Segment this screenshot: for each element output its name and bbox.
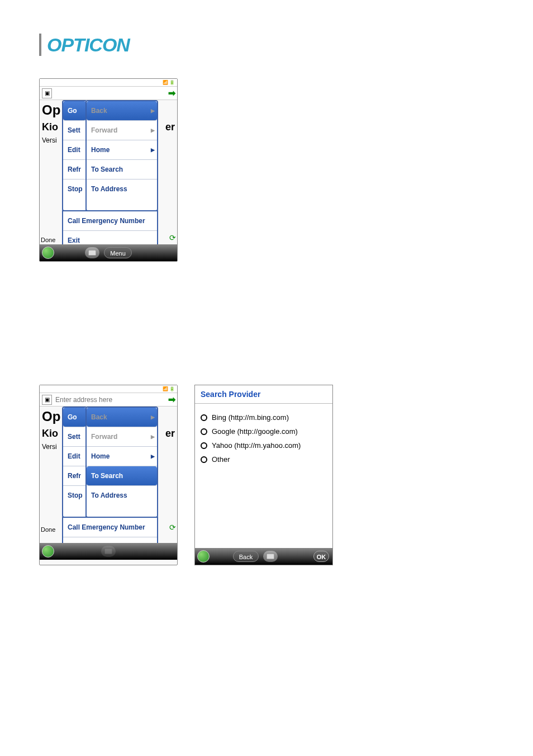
svg-rect-6: [266, 554, 274, 559]
menu-button[interactable]: Menu: [104, 247, 132, 258]
refresh-icon[interactable]: ⟳: [169, 233, 176, 242]
start-button[interactable]: [197, 550, 210, 563]
taskbar: Back OK: [195, 548, 332, 565]
address-input[interactable]: [54, 395, 166, 404]
submenu-forward[interactable]: Forward▶: [87, 121, 157, 140]
chevron-right-icon: ▶: [151, 127, 155, 133]
menu-call-emergency[interactable]: Call Emergency Number: [63, 518, 157, 537]
background-content: Op Kio Versi: [42, 102, 60, 144]
go-arrow-icon[interactable]: ➡: [166, 88, 177, 98]
main-menu-lower: Call Emergency Number Exit: [62, 210, 158, 244]
device-screen-2: 📶 🔋 ▣ ➡ Op Kio Versi er Done ⟳ Go Sett E: [39, 385, 178, 565]
main-menu-lower: Call Emergency Number Exit: [62, 517, 158, 543]
go-submenu: Back▶ Forward▶ Home▶ To Search To Addres…: [85, 100, 158, 211]
address-input[interactable]: [54, 89, 166, 98]
menu-settings[interactable]: Sett: [63, 121, 86, 140]
submenu-back[interactable]: Back▶: [87, 101, 157, 121]
keyboard-button[interactable]: [263, 551, 278, 562]
svg-text:OPTICON: OPTICON: [47, 34, 131, 55]
submenu-to-address[interactable]: To Address: [87, 486, 157, 505]
keyboard-button[interactable]: [101, 546, 116, 557]
radio-icon: [201, 414, 207, 421]
menu-stop[interactable]: Stop: [63, 179, 86, 199]
radio-label: Bing (http://m.bing.com): [212, 413, 289, 422]
menu-call-emergency[interactable]: Call Emergency Number: [63, 211, 157, 231]
status-bar: 📶 🔋: [40, 79, 177, 87]
submenu-back[interactable]: Back▶: [87, 408, 157, 427]
device-screen-3: Search Provider Bing (http://m.bing.com)…: [194, 385, 333, 565]
search-provider-body: Bing (http://m.bing.com) Google (http://…: [195, 404, 332, 548]
go-arrow-icon[interactable]: ➡: [166, 394, 177, 405]
radio-icon: [201, 456, 207, 463]
taskbar: [40, 543, 177, 560]
refresh-icon[interactable]: ⟳: [169, 523, 176, 532]
submenu-to-search[interactable]: To Search: [87, 160, 157, 179]
browser-icon: ▣: [42, 88, 52, 98]
radio-label: Google (http://google.com): [212, 427, 298, 436]
chevron-right-icon: ▶: [151, 453, 155, 459]
background-text-er: er: [165, 428, 175, 440]
menu-go[interactable]: Go: [63, 101, 86, 121]
radio-bing[interactable]: Bing (http://m.bing.com): [201, 410, 327, 424]
radio-other[interactable]: Other: [201, 452, 327, 466]
chevron-right-icon: ▶: [151, 147, 155, 153]
radio-icon: [201, 428, 207, 435]
main-menu: Go Sett Edit Refr Stop: [62, 407, 87, 518]
chevron-right-icon: ▶: [151, 108, 155, 114]
menu-refresh[interactable]: Refr: [63, 466, 86, 486]
chevron-right-icon: ▶: [151, 414, 155, 420]
address-bar: ▣ ➡: [40, 393, 177, 407]
go-submenu: Back▶ Forward▶ Home▶ To Search To Addres…: [85, 407, 158, 518]
done-label: Done: [41, 526, 55, 533]
radio-label: Yahoo (http://m.yahoo.com): [212, 441, 301, 450]
menu-edit[interactable]: Edit: [63, 140, 86, 160]
radio-label: Other: [212, 455, 230, 464]
svg-rect-0: [39, 34, 41, 56]
main-menu: Go Sett Edit Refr Stop: [62, 100, 87, 211]
menu-go[interactable]: Go: [63, 408, 86, 427]
done-label: Done: [41, 237, 55, 243]
svg-rect-2: [88, 250, 96, 256]
radio-yahoo[interactable]: Yahoo (http://m.yahoo.com): [201, 438, 327, 452]
keyboard-button[interactable]: [85, 247, 99, 258]
device-screen-1: 📶 🔋 ▣ ➡ Op Kio Versi er Done ⟳ Go Sett E…: [39, 78, 178, 262]
submenu-home[interactable]: Home▶: [87, 447, 157, 466]
ok-button[interactable]: OK: [313, 551, 329, 562]
submenu-forward[interactable]: Forward▶: [87, 427, 157, 447]
radio-icon: [201, 442, 207, 449]
opticon-logo: OPTICON: [39, 34, 533, 56]
back-button[interactable]: Back: [233, 551, 259, 562]
menu-stop[interactable]: Stop: [63, 486, 86, 505]
menu-exit[interactable]: Exit: [63, 231, 157, 244]
menu-refresh[interactable]: Refr: [63, 160, 86, 179]
menu-exit[interactable]: Exit: [63, 537, 157, 543]
status-bar: 📶 🔋: [40, 385, 177, 393]
background-content: Op Kio Versi: [42, 409, 60, 451]
chevron-right-icon: ▶: [151, 434, 155, 440]
taskbar: Menu: [40, 244, 177, 261]
background-text-er: er: [165, 121, 175, 133]
menu-edit[interactable]: Edit: [63, 447, 86, 466]
svg-rect-5: [104, 549, 112, 554]
address-bar: ▣ ➡: [40, 87, 177, 100]
start-button[interactable]: [42, 247, 54, 259]
start-button[interactable]: [42, 545, 54, 557]
radio-google[interactable]: Google (http://google.com): [201, 424, 327, 438]
submenu-to-search[interactable]: To Search: [87, 466, 157, 486]
submenu-to-address[interactable]: To Address: [87, 179, 157, 199]
submenu-home[interactable]: Home▶: [87, 140, 157, 160]
menu-settings[interactable]: Sett: [63, 427, 86, 447]
browser-icon: ▣: [42, 395, 52, 405]
search-provider-header: Search Provider: [195, 385, 332, 404]
